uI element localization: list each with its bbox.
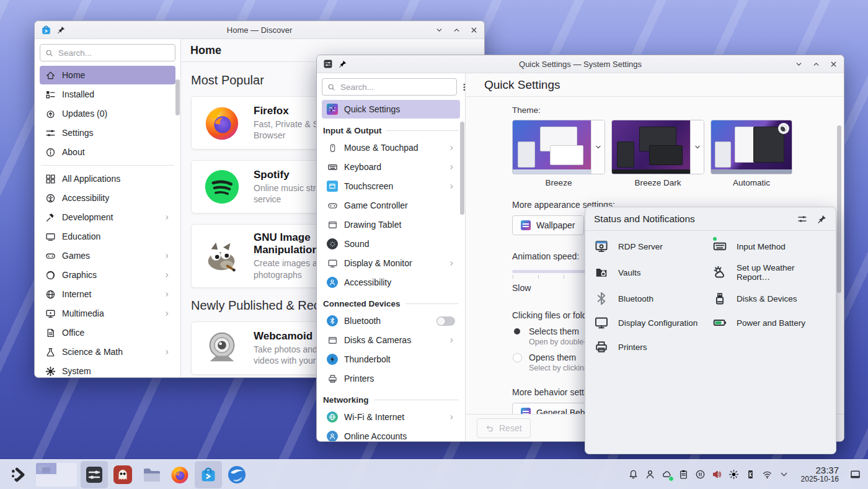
- clock-time: 23:37: [801, 465, 839, 476]
- volume-icon[interactable]: [710, 467, 725, 483]
- sidebar-item-installed[interactable]: Installed: [40, 85, 175, 104]
- show-desktop-button[interactable]: [847, 465, 863, 484]
- status-item-display-configuration[interactable]: Display Configuration: [594, 315, 709, 330]
- app-launcher-button[interactable]: [5, 461, 32, 488]
- thunderbolt-icon: [327, 354, 338, 365]
- cloud-sync-icon[interactable]: [660, 467, 675, 483]
- maximize-icon[interactable]: [453, 26, 461, 34]
- status-item-disks-devices[interactable]: Disks & Devices: [712, 291, 827, 306]
- sidebar-item-quick-settings[interactable]: Quick Settings: [322, 100, 460, 119]
- theme-option-breeze[interactable]: Breeze: [512, 120, 605, 187]
- configure-icon[interactable]: [797, 214, 807, 224]
- radio-unselected-icon[interactable]: [512, 352, 522, 362]
- sidebar-item-multimedia[interactable]: Multimedia: [40, 304, 175, 323]
- close-icon[interactable]: [470, 26, 478, 34]
- task-ghostwriter[interactable]: [109, 461, 136, 488]
- discover-search[interactable]: [40, 44, 175, 61]
- sidebar-item-thunderbolt[interactable]: Thunderbolt: [322, 350, 460, 369]
- theme-breeze-dark-dropdown[interactable]: [690, 120, 704, 174]
- wallpaper-button[interactable]: Wallpaper: [512, 215, 584, 235]
- notifications-icon[interactable]: [626, 467, 641, 483]
- sidebar-item-graphics[interactable]: Graphics: [40, 266, 175, 284]
- discover-titlebar[interactable]: Home — Discover: [35, 21, 484, 39]
- sidebar-item-updates[interactable]: Updates (0): [40, 104, 175, 123]
- sidebar-item-game-controller[interactable]: Game Controller: [322, 196, 460, 215]
- pin-icon[interactable]: [57, 25, 66, 34]
- bluetooth-toggle[interactable]: [436, 316, 455, 326]
- pager-desktop-3[interactable]: [36, 475, 56, 487]
- sidebar-item-education[interactable]: Education: [40, 227, 175, 246]
- task-browser-globe[interactable]: [223, 461, 250, 488]
- virtual-desktop-pager[interactable]: [36, 463, 77, 487]
- sidebar-item-sound[interactable]: Sound: [322, 235, 460, 253]
- pager-desktop-1[interactable]: [36, 463, 56, 475]
- pin-icon[interactable]: [817, 214, 827, 224]
- sidebar-item-keyboard[interactable]: Keyboard: [322, 158, 460, 176]
- maximize-icon[interactable]: [812, 60, 820, 68]
- sidebar-item-office[interactable]: Office: [40, 323, 175, 342]
- search-input[interactable]: [57, 48, 170, 58]
- close-icon[interactable]: [830, 60, 838, 68]
- sidebar-item-drawing-tablet[interactable]: Drawing Tablet: [322, 215, 460, 234]
- sidebar-item-touchscreen[interactable]: Touchscreen: [322, 177, 460, 195]
- sidebar-item-games[interactable]: Games: [40, 246, 175, 265]
- system-settings-titlebar[interactable]: Quick Settings — System Settings: [317, 55, 844, 73]
- clock[interactable]: 23:37 2025-10-16: [801, 465, 839, 484]
- status-item-printers[interactable]: Printers: [594, 339, 709, 354]
- reset-button[interactable]: Reset: [477, 418, 531, 438]
- sidebar-item-printers[interactable]: Printers: [322, 369, 460, 388]
- kde-connect-icon[interactable]: [743, 467, 758, 483]
- sidebar-item-accessibility[interactable]: Accessibility: [40, 189, 175, 207]
- sidebar-item-system[interactable]: System: [40, 362, 175, 377]
- sidebar-item-settings[interactable]: Settings: [40, 123, 175, 142]
- status-item-bluetooth[interactable]: Bluetooth: [594, 291, 709, 306]
- sidebar-item-all-applications[interactable]: All Applications: [40, 169, 175, 188]
- task-discover[interactable]: [195, 461, 222, 488]
- pager-desktop-4[interactable]: [57, 475, 78, 487]
- settings-search[interactable]: [322, 78, 457, 96]
- sidebar-scrollbar[interactable]: [460, 122, 464, 215]
- media-pause-icon[interactable]: [693, 467, 708, 483]
- theme-breeze-dropdown[interactable]: [591, 120, 604, 174]
- status-item-power-battery[interactable]: Power and Battery: [712, 315, 827, 330]
- theme-option-breeze-dark[interactable]: Breeze Dark: [611, 120, 704, 187]
- user-icon[interactable]: [643, 467, 658, 483]
- sidebar-item-disks-cameras[interactable]: Disks & Cameras: [322, 331, 460, 349]
- sidebar-item-about[interactable]: About: [40, 143, 175, 161]
- theme-breeze-preview[interactable]: [513, 120, 591, 174]
- sidebar-item-internet[interactable]: Internet: [40, 285, 175, 303]
- status-item-vaults[interactable]: Vaults: [594, 263, 709, 282]
- search-input[interactable]: [339, 82, 451, 92]
- sidebar-item-mouse-touchpad[interactable]: Mouse & Touchpad: [322, 138, 460, 157]
- network-wifi-icon[interactable]: [760, 467, 775, 483]
- clipboard-icon[interactable]: [676, 467, 691, 483]
- sidebar-item-bluetooth[interactable]: Bluetooth: [322, 312, 460, 330]
- task-file-manager[interactable]: [138, 461, 165, 488]
- status-item-input-method[interactable]: Input Method: [712, 239, 827, 254]
- pin-icon[interactable]: [339, 60, 347, 68]
- sidebar-item-home[interactable]: Home: [40, 66, 175, 84]
- status-item-rdp-server[interactable]: RDP Server: [594, 239, 709, 254]
- brightness-icon[interactable]: [727, 467, 742, 483]
- sidebar-item-development[interactable]: Development: [40, 208, 175, 227]
- pager-desktop-2[interactable]: [57, 463, 78, 475]
- sidebar-item-online-accounts[interactable]: Online Accounts: [322, 427, 460, 441]
- sidebar-item-science-math[interactable]: Science & Math: [40, 343, 175, 361]
- minimize-icon[interactable]: [435, 26, 443, 34]
- theme-breeze-dark-preview[interactable]: [612, 120, 690, 174]
- sidebar-item-wifi-internet[interactable]: Wi-Fi & Internet: [322, 408, 460, 426]
- status-item-weather[interactable]: Set up Weather Report…: [712, 263, 827, 282]
- tray-expand-icon[interactable]: [777, 467, 792, 483]
- ghost-app-icon: [113, 465, 133, 485]
- gear-icon: [45, 366, 56, 377]
- sidebar-item-display-monitor[interactable]: Display & Monitor: [322, 254, 460, 272]
- sidebar-scrollbar[interactable]: [175, 79, 180, 115]
- theme-automatic-preview[interactable]: [711, 120, 792, 174]
- task-system-settings[interactable]: [81, 461, 108, 488]
- radio-selected-icon[interactable]: [512, 326, 522, 336]
- minimize-icon[interactable]: [795, 60, 803, 68]
- main-scrollbar[interactable]: [837, 125, 841, 293]
- theme-option-automatic[interactable]: Automatic: [711, 120, 792, 187]
- task-firefox[interactable]: [166, 461, 193, 488]
- sidebar-item-accessibility[interactable]: Accessibility: [322, 273, 460, 292]
